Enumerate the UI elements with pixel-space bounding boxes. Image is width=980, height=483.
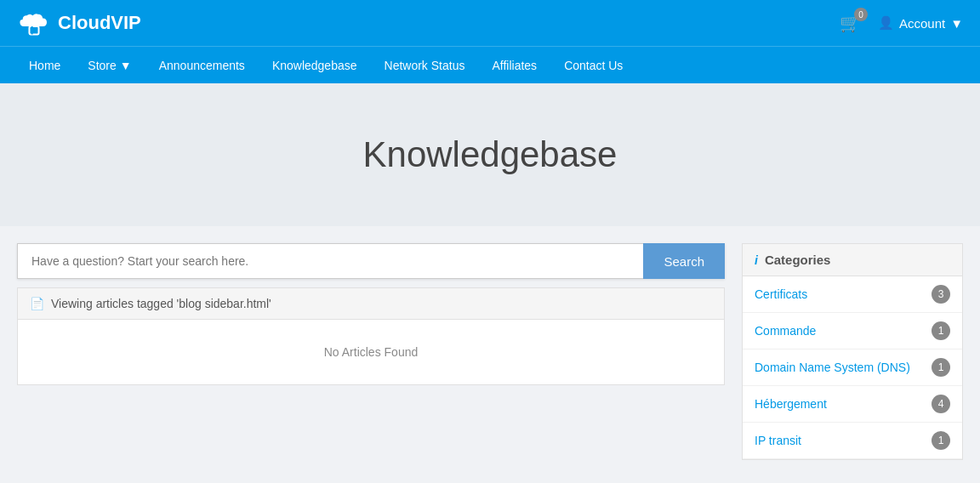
category-badge-hebergement: 4 — [932, 395, 950, 413]
category-item-ip-transit[interactable]: IP transit 1 — [743, 423, 962, 459]
category-badge-dns: 1 — [932, 358, 950, 377]
top-right-area: 🛒 0 👤 Account ▼ — [840, 13, 963, 33]
articles-header-text: Viewing articles tagged 'blog sidebar.ht… — [51, 297, 271, 310]
nav-bar: Home Store ▼ Announcements Knowledgebase… — [0, 46, 980, 83]
search-bar: Search — [17, 243, 725, 279]
nav-network-status-label: Network Status — [385, 59, 465, 72]
main-content: Search 📄 Viewing articles tagged 'blog s… — [0, 226, 980, 477]
chevron-down-icon: ▼ — [950, 16, 963, 31]
articles-panel: 📄 Viewing articles tagged 'blog sidebar.… — [17, 287, 725, 385]
category-label-dns: Domain Name System (DNS) — [755, 361, 910, 374]
account-button[interactable]: 👤 Account ▼ — [878, 15, 963, 31]
hero-title: Knowledgebase — [17, 134, 963, 175]
search-button-label: Search — [664, 254, 704, 269]
nav-affiliates-label: Affiliates — [492, 59, 537, 72]
category-label-certificats: Certificats — [755, 287, 807, 301]
nav-affiliates[interactable]: Affiliates — [480, 50, 549, 81]
nav-announcements-label: Announcements — [159, 59, 245, 72]
category-badge-certificats: 3 — [932, 285, 950, 304]
nav-contact-us[interactable]: Contact Us — [552, 50, 635, 81]
category-label-hebergement: Hébergement — [755, 397, 827, 411]
categories-panel: i Categories Certificats 3 Commande 1 Do… — [742, 243, 963, 460]
category-label-commande: Commande — [755, 324, 816, 338]
search-input[interactable] — [17, 243, 643, 279]
categories-header: i Categories — [743, 244, 962, 276]
brand-name: CloudVIP — [58, 12, 141, 34]
category-label-ip-transit: IP transit — [755, 434, 801, 447]
cart-badge: 0 — [854, 8, 868, 21]
logo-icon — [17, 10, 51, 36]
top-bar: CloudVIP 🛒 0 👤 Account ▼ — [0, 0, 980, 46]
nav-knowledgebase-label: Knowledgebase — [272, 59, 357, 72]
category-item-certificats[interactable]: Certificats 3 — [743, 276, 962, 313]
nav-store[interactable]: Store ▼ — [76, 50, 143, 81]
hero-section: Knowledgebase — [0, 83, 980, 226]
articles-body: No Articles Found — [18, 320, 724, 384]
nav-knowledgebase[interactable]: Knowledgebase — [260, 50, 369, 81]
nav-network-status[interactable]: Network Status — [373, 50, 477, 81]
logo[interactable]: CloudVIP — [17, 10, 141, 36]
file-icon: 📄 — [30, 297, 44, 310]
nav-home-label: Home — [29, 59, 60, 72]
left-area: Search 📄 Viewing articles tagged 'blog s… — [17, 243, 725, 460]
category-item-dns[interactable]: Domain Name System (DNS) 1 — [743, 349, 962, 386]
right-area: i Categories Certificats 3 Commande 1 Do… — [742, 243, 963, 460]
category-item-commande[interactable]: Commande 1 — [743, 313, 962, 349]
articles-header: 📄 Viewing articles tagged 'blog sidebar.… — [18, 288, 724, 320]
svg-rect-0 — [29, 26, 38, 34]
info-icon: i — [755, 253, 758, 267]
no-articles-message: No Articles Found — [324, 345, 419, 359]
nav-home[interactable]: Home — [17, 50, 72, 81]
account-icon: 👤 — [878, 15, 894, 31]
category-item-hebergement[interactable]: Hébergement 4 — [743, 386, 962, 423]
category-badge-ip-transit: 1 — [932, 431, 950, 450]
categories-header-label: Categories — [765, 253, 831, 267]
cart-button[interactable]: 🛒 0 — [840, 13, 861, 33]
nav-contact-us-label: Contact Us — [564, 59, 623, 72]
store-chevron-icon: ▼ — [120, 59, 132, 72]
account-label: Account — [899, 16, 945, 31]
category-badge-commande: 1 — [932, 321, 950, 340]
search-button[interactable]: Search — [643, 243, 725, 279]
nav-announcements[interactable]: Announcements — [147, 50, 257, 81]
nav-store-label: Store — [88, 59, 116, 72]
